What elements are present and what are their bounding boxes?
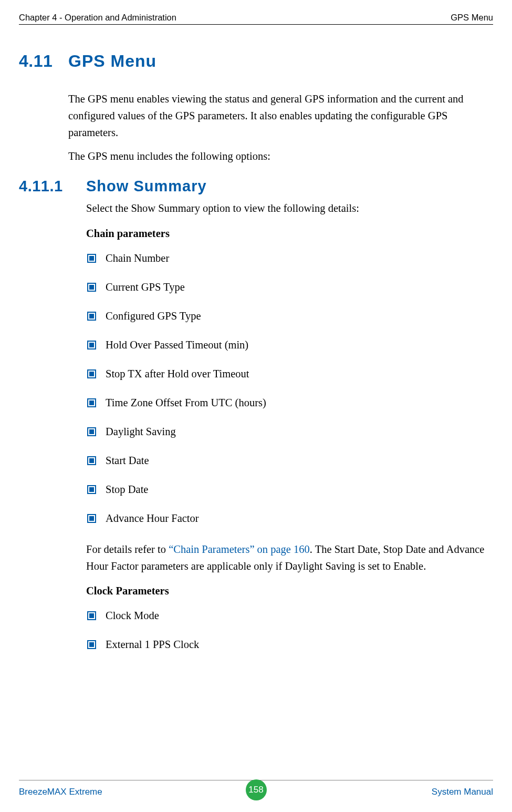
bullet-square-icon [87,514,96,523]
bullet-square-icon [87,312,96,321]
footer-right: System Manual [432,787,493,797]
bullet-square-icon [87,427,96,436]
list-item: Stop TX after Hold over Timeout [87,368,493,380]
list-item: Hold Over Passed Timeout (min) [87,339,493,351]
paragraph: The GPS menu enables viewing the status … [68,91,493,141]
bullet-square-icon [87,341,96,350]
paragraph: Select the Show Summary option to view t… [86,200,493,217]
list-item-label: Clock Mode [106,610,159,622]
list-item-label: Start Date [106,455,149,467]
subsection-number: 4.11.1 [19,178,86,195]
list-item: Advance Hour Factor [87,512,493,525]
page: Chapter 4 - Operation and Administration… [0,0,512,812]
list-item-label: Current GPS Type [106,281,185,293]
bullet-square-icon [87,398,96,407]
list-item: Stop Date [87,484,493,496]
list-item: Current GPS Type [87,281,493,293]
section-title: GPS Menu [68,52,156,71]
list-item-label: Chain Number [106,252,169,264]
list-item: Configured GPS Type [87,310,493,322]
header-left: Chapter 4 - Operation and Administration [19,13,176,23]
subsection-title: Show Summary [86,178,207,195]
section-number: 4.11 [19,52,68,71]
content-area: 4.11 GPS Menu The GPS menu enables viewi… [19,37,493,667]
bullet-square-icon [87,485,96,494]
list-item-label: Stop Date [106,484,148,496]
bullet-square-icon [87,283,96,292]
body-block: The GPS menu enables viewing the status … [68,91,493,165]
paragraph: For details refer to “Chain Parameters” … [86,541,493,575]
list-item-label: Hold Over Passed Timeout (min) [106,339,248,351]
list-item-label: Time Zone Offset From UTC (hours) [106,397,266,409]
list-item: External 1 PPS Clock [87,639,493,651]
list-item: Daylight Saving [87,426,493,438]
body-block: Select the Show Summary option to view t… [86,200,493,651]
section-heading: 4.11 GPS Menu [19,52,493,71]
list-item-label: Daylight Saving [106,426,176,438]
subsection-heading: 4.11.1 Show Summary [19,178,493,195]
bullet-square-icon [87,254,96,263]
header-right: GPS Menu [451,13,493,23]
running-header: Chapter 4 - Operation and Administration… [19,13,493,23]
page-number-badge: 158 [246,779,267,800]
list-item: Start Date [87,455,493,467]
paragraph: The GPS menu includes the following opti… [68,148,493,165]
bullet-square-icon [87,640,96,649]
cross-reference-link[interactable]: “Chain Parameters” on page 160 [169,543,310,555]
footer-left: BreezeMAX Extreme [19,787,102,797]
bullet-square-icon [87,369,96,378]
bullet-square-icon [87,611,96,620]
list-item-label: Configured GPS Type [106,310,201,322]
list-item: Clock Mode [87,610,493,622]
list-item: Chain Number [87,252,493,264]
group-heading-chain: Chain parameters [86,228,493,240]
page-number: 158 [248,785,263,795]
list-item-label: Advance Hour Factor [106,512,199,525]
list-item: Time Zone Offset From UTC (hours) [87,397,493,409]
group-heading-clock: Clock Parameters [86,585,493,597]
text: For details refer to [86,543,169,555]
list-item-label: External 1 PPS Clock [106,639,199,651]
header-rule [19,24,493,25]
list-item-label: Stop TX after Hold over Timeout [106,368,249,380]
bullet-square-icon [87,456,96,465]
